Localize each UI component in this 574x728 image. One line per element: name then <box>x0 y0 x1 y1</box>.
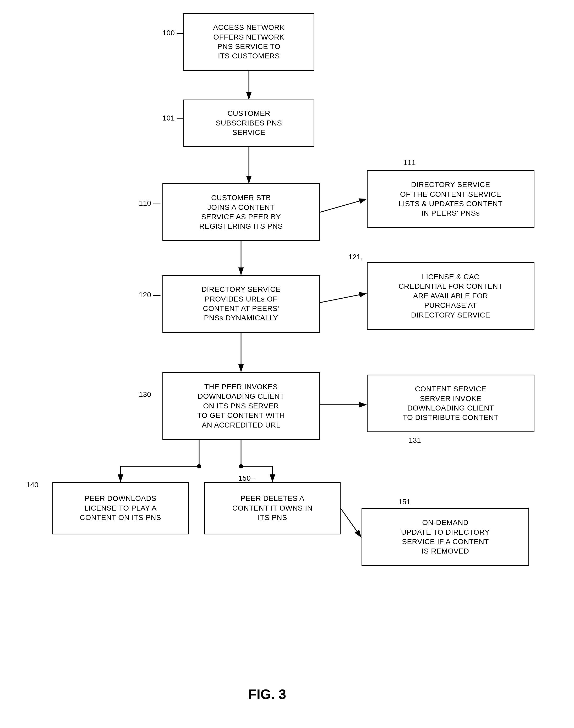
box-100: ACCESS NETWORK OFFERS NETWORK PNS SERVIC… <box>183 13 314 71</box>
label-120: 120 — <box>139 291 161 299</box>
label-131: 131 <box>409 436 421 444</box>
svg-line-3 <box>320 199 366 212</box>
label-130: 130 — <box>139 390 161 399</box>
box-101: CUSTOMER SUBSCRIBES PNS SERVICE <box>183 99 314 147</box>
box-120: DIRECTORY SERVICE PROVIDES URLs OF CONTE… <box>162 275 320 333</box>
box-150: PEER DELETES A CONTENT IT OWNS IN ITS PN… <box>204 482 340 534</box>
box-121: LICENSE & CAC CREDENTIAL FOR CONTENT ARE… <box>367 262 534 330</box>
svg-line-15 <box>340 508 361 537</box>
label-110: 110 — <box>139 199 161 208</box>
box-111: DIRECTORY SERVICE OF THE CONTENT SERVICE… <box>367 170 534 228</box>
svg-point-16 <box>197 464 201 468</box>
figure-label: FIG. 3 <box>215 686 320 702</box>
label-151: 151 <box>398 498 411 506</box>
svg-line-5 <box>320 293 366 303</box>
svg-point-12 <box>239 464 243 468</box>
label-111: 111 <box>404 159 416 167</box>
label-140: 140 <box>26 481 39 489</box>
box-151: ON-DEMAND UPDATE TO DIRECTORY SERVICE IF… <box>362 508 529 566</box>
box-140: PEER DOWNLOADS LICENSE TO PLAY A CONTENT… <box>52 482 189 534</box>
diagram-container: ACCESS NETWORK OFFERS NETWORK PNS SERVIC… <box>0 0 574 728</box>
label-150: 150– <box>238 474 255 482</box>
label-101: 101 — <box>162 114 184 122</box>
box-131: CONTENT SERVICE SERVER INVOKE DOWNLOADIN… <box>367 375 534 432</box>
label-121: 121, <box>348 253 363 261</box>
label-100: 100 — <box>162 29 184 37</box>
box-110: CUSTOMER STB JOINS A CONTENT SERVICE AS … <box>162 183 320 241</box>
box-130: THE PEER INVOKES DOWNLOADING CLIENT ON I… <box>162 372 320 440</box>
